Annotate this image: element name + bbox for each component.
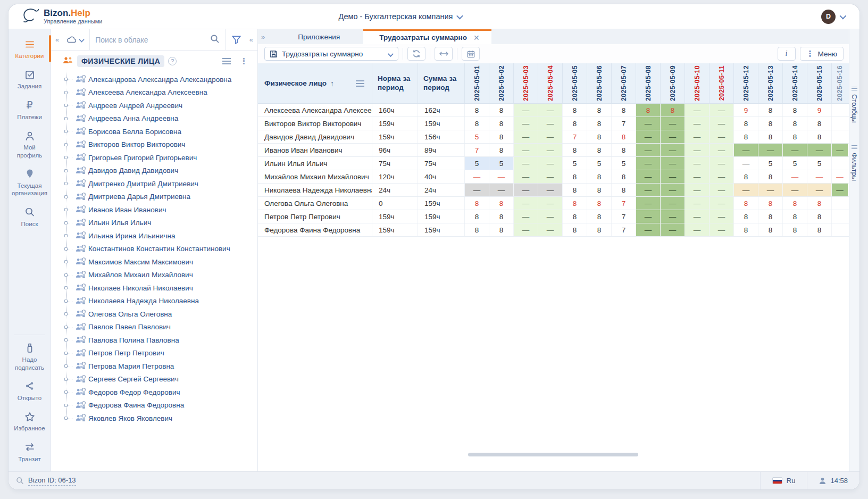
norm-cell[interactable]: 0: [372, 197, 418, 210]
day-cell[interactable]: —: [710, 210, 734, 223]
day-cell[interactable]: 5: [587, 157, 612, 170]
day-cell[interactable]: 5: [563, 157, 587, 170]
day-cell[interactable]: [832, 157, 848, 170]
column-header-sum[interactable]: Сумма за период: [418, 63, 465, 103]
day-cell[interactable]: —: [538, 144, 563, 156]
day-cell[interactable]: 8: [612, 184, 636, 196]
day-cell[interactable]: 8: [612, 144, 636, 156]
day-cell[interactable]: —: [807, 170, 832, 183]
day-cell[interactable]: —: [661, 157, 685, 170]
sum-cell[interactable]: 24ч: [418, 184, 465, 196]
day-cell[interactable]: —: [465, 184, 489, 196]
day-cell[interactable]: —: [685, 157, 710, 170]
day-cell[interactable]: 8: [465, 117, 489, 130]
day-cell[interactable]: 8: [563, 197, 587, 210]
day-cell[interactable]: 8: [489, 144, 514, 156]
day-cell[interactable]: —: [465, 170, 489, 183]
day-cell[interactable]: 8: [587, 210, 612, 223]
user-menu[interactable]: D: [821, 10, 845, 24]
norm-cell[interactable]: 24ч: [372, 184, 418, 196]
person-name-cell[interactable]: Иванов Иван Иванович: [258, 144, 372, 156]
day-cell[interactable]: 8: [563, 104, 587, 117]
day-cell[interactable]: 8: [563, 184, 587, 196]
day-cell[interactable]: —: [514, 104, 538, 117]
tree-item[interactable]: Константинов Константин Константинович: [51, 243, 257, 256]
day-cell[interactable]: 8: [734, 117, 758, 130]
tree-item[interactable]: Борисова Белла Борисовна: [51, 125, 257, 138]
day-cell[interactable]: —: [734, 184, 758, 196]
day-cell[interactable]: 8: [783, 223, 807, 236]
tree-node-handle[interactable]: [64, 378, 68, 381]
day-cell[interactable]: 8: [758, 197, 783, 210]
day-cell[interactable]: —: [538, 197, 563, 210]
day-cell[interactable]: [832, 197, 848, 210]
day-cell[interactable]: —: [783, 144, 807, 156]
day-cell[interactable]: —: [685, 130, 710, 143]
tree-item[interactable]: Алексеева Александра Алексеевна: [51, 86, 257, 99]
norm-cell[interactable]: 159ч: [372, 130, 418, 143]
day-cell[interactable]: —: [758, 184, 783, 196]
day-cell[interactable]: —: [661, 197, 685, 210]
column-header-date-cut[interactable]: 2025-05-16: [832, 63, 848, 103]
sidebar-item-transit[interactable]: Транзит: [9, 437, 51, 467]
day-cell[interactable]: 7: [612, 117, 636, 130]
sum-cell[interactable]: 75ч: [418, 157, 465, 170]
sum-cell[interactable]: 40ч: [418, 170, 465, 183]
day-cell[interactable]: —: [514, 184, 538, 196]
tree-node-handle[interactable]: [64, 338, 68, 342]
day-cell[interactable]: —: [636, 144, 661, 156]
organization-selector[interactable]: Демо - Бухгалтерская компания: [339, 12, 462, 21]
day-cell[interactable]: —: [636, 184, 661, 196]
day-cell[interactable]: 8: [465, 197, 489, 210]
table-row[interactable]: Иванов Иван Иванович96ч89ч78——888———————…: [258, 144, 849, 157]
close-icon[interactable]: ✕: [473, 34, 480, 42]
day-cell[interactable]: 8: [783, 210, 807, 223]
day-cell[interactable]: 9: [807, 104, 832, 117]
day-cell[interactable]: —: [710, 184, 734, 196]
tab-labor-costs[interactable]: Трудозатраты суммарно ✕: [363, 29, 491, 44]
tree-node-handle[interactable]: [64, 404, 68, 407]
tree-node-handle[interactable]: [64, 143, 68, 146]
person-name-cell[interactable]: Олегова Ольга Олеговна: [258, 197, 372, 210]
day-cell[interactable]: 8: [489, 117, 514, 130]
day-cell[interactable]: —: [661, 130, 685, 143]
tree-item[interactable]: Федоров Федор Федорович: [51, 386, 257, 399]
day-cell[interactable]: 8: [734, 210, 758, 223]
day-cell[interactable]: 8: [807, 117, 832, 130]
day-cell[interactable]: —: [661, 117, 685, 130]
day-cell[interactable]: 8: [465, 210, 489, 223]
day-cell[interactable]: 5: [465, 130, 489, 143]
day-cell[interactable]: 8: [465, 223, 489, 236]
day-cell[interactable]: —: [514, 170, 538, 183]
day-cell[interactable]: —: [636, 157, 661, 170]
norm-cell[interactable]: 159ч: [372, 117, 418, 130]
day-cell[interactable]: 8: [587, 223, 612, 236]
panel-tab-columns[interactable]: Столбцы: [850, 87, 858, 123]
day-cell[interactable]: 8: [807, 223, 832, 236]
tree-node-handle[interactable]: [64, 169, 68, 172]
day-cell[interactable]: 7: [612, 210, 636, 223]
avatar[interactable]: D: [821, 10, 836, 24]
day-cell[interactable]: 8: [489, 223, 514, 236]
tree-node-handle[interactable]: [64, 234, 68, 237]
column-header-date[interactable]: 2025-05-09: [661, 63, 685, 103]
collapse-sidebar-icon[interactable]: «: [53, 36, 61, 44]
tree-item[interactable]: Павлова Полина Павловна: [51, 334, 257, 347]
tree-node-handle[interactable]: [64, 130, 68, 133]
tree-more-icon[interactable]: ⋮: [237, 55, 251, 67]
tree-node-handle[interactable]: [64, 390, 68, 394]
tree-item[interactable]: Павлов Павел Павлович: [51, 321, 257, 334]
day-cell[interactable]: —: [685, 104, 710, 117]
person-name-cell[interactable]: Николаева Надежда Николаевна: [258, 184, 372, 196]
norm-cell[interactable]: 96ч: [372, 144, 418, 156]
day-cell[interactable]: 8: [783, 117, 807, 130]
day-cell[interactable]: 5: [758, 157, 783, 170]
day-cell[interactable]: —: [538, 157, 563, 170]
column-header-date[interactable]: 2025-05-06: [587, 63, 612, 103]
day-cell[interactable]: —: [636, 130, 661, 143]
table-row[interactable]: Викторов Виктор Викторович159ч159ч88——88…: [258, 117, 849, 130]
day-cell[interactable]: 7: [612, 197, 636, 210]
table-row[interactable]: Ильин Илья Ильич75ч75ч55——555—————555: [258, 157, 849, 170]
day-cell[interactable]: 8: [612, 104, 636, 117]
tree-node-handle[interactable]: [64, 260, 68, 263]
